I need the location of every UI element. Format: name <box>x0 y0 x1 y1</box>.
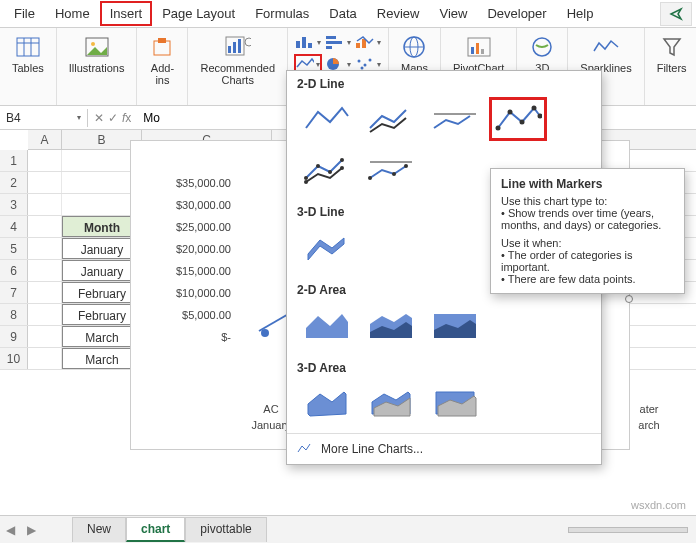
line-100stacked-markers[interactable] <box>361 147 419 191</box>
group-addins: Add- ins <box>137 28 188 105</box>
namebox-value: B4 <box>6 111 21 125</box>
line-type-100stacked[interactable] <box>425 97 483 141</box>
tab-pagelayout[interactable]: Page Layout <box>152 1 245 26</box>
svg-point-24 <box>364 64 367 67</box>
cancel-icon[interactable]: ✕ <box>94 111 104 125</box>
tab-review[interactable]: Review <box>367 1 430 26</box>
svg-point-44 <box>340 158 344 162</box>
area3d-type-3[interactable] <box>425 381 483 425</box>
svg-point-23 <box>358 60 361 63</box>
svg-point-42 <box>316 164 320 168</box>
tooltip-p1: Use this chart type to: <box>501 195 674 207</box>
tab-home[interactable]: Home <box>45 1 100 26</box>
svg-rect-11 <box>238 39 241 53</box>
row-8[interactable]: 8 <box>0 304 28 325</box>
sheet-tab-pivot[interactable]: pivottable <box>185 517 266 542</box>
line-stacked-markers[interactable] <box>297 147 355 191</box>
filters-button[interactable]: Filters <box>651 32 693 76</box>
zoom-slider[interactable] <box>568 527 688 533</box>
fx-icon[interactable]: fx <box>122 111 131 125</box>
line-with-markers[interactable] <box>489 97 547 141</box>
filter-icon <box>659 34 685 60</box>
svg-point-37 <box>508 110 513 115</box>
svg-rect-17 <box>326 36 336 39</box>
tables-label: Tables <box>12 62 44 74</box>
area-type-1[interactable] <box>297 303 355 347</box>
svg-rect-10 <box>233 42 236 53</box>
row-7[interactable]: 7 <box>0 282 28 303</box>
globe-icon <box>401 34 427 60</box>
sheet-footer: ◀ ▶ New chart pivottable <box>0 515 696 543</box>
line-type-stacked[interactable] <box>361 97 419 141</box>
svg-rect-15 <box>302 37 306 48</box>
row-10[interactable]: 10 <box>0 348 28 369</box>
illustrations-label: Illustrations <box>69 62 125 74</box>
tooltip-p2: Use it when: <box>501 237 674 249</box>
svg-rect-33 <box>481 49 484 54</box>
tab-data[interactable]: Data <box>319 1 366 26</box>
table-icon <box>15 34 41 60</box>
svg-point-12 <box>245 38 251 46</box>
more-line-label: More Line Charts... <box>321 442 423 456</box>
svg-point-41 <box>304 176 308 180</box>
svg-point-36 <box>496 126 501 131</box>
sheet-tabs: New chart pivottable <box>72 517 267 542</box>
reccharts-label: Recommended Charts <box>200 62 275 86</box>
svg-point-48 <box>392 172 396 176</box>
share-icon[interactable] <box>660 2 692 26</box>
tooltip-title: Line with Markers <box>501 177 674 191</box>
more-line-charts[interactable]: More Line Charts... <box>287 433 601 464</box>
tab-file[interactable]: File <box>4 1 45 26</box>
chevron-down-icon: ▾ <box>77 113 81 122</box>
row-3[interactable]: 3 <box>0 194 28 215</box>
combo-chart-icon[interactable]: ▾ <box>354 32 382 52</box>
row-1[interactable]: 1 <box>0 150 28 171</box>
name-box[interactable]: B4▾ <box>0 109 88 127</box>
more-charts-icon <box>297 442 313 456</box>
3dmap-icon <box>529 34 555 60</box>
group-illustrations: Illustrations <box>57 28 138 105</box>
addins-icon <box>149 34 175 60</box>
illustrations-button[interactable]: Illustrations <box>63 32 131 76</box>
area-type-stacked[interactable] <box>361 303 419 347</box>
svg-rect-19 <box>326 46 332 49</box>
enter-icon[interactable]: ✓ <box>108 111 118 125</box>
svg-point-47 <box>368 176 372 180</box>
reccharts-button[interactable]: Recommended Charts <box>194 32 281 88</box>
group-tables: Tables <box>0 28 57 105</box>
svg-rect-31 <box>471 47 474 54</box>
reccharts-icon <box>225 34 251 60</box>
pivotchart-icon <box>466 34 492 60</box>
row-5[interactable]: 5 <box>0 238 28 259</box>
line-type-1[interactable] <box>297 97 355 141</box>
addins-button[interactable]: Add- ins <box>143 32 181 88</box>
svg-point-45 <box>304 180 308 184</box>
area3d-type-2[interactable] <box>361 381 419 425</box>
svg-point-25 <box>369 59 372 62</box>
row-6[interactable]: 6 <box>0 260 28 281</box>
nav-prev-icon[interactable]: ◀ <box>0 523 21 537</box>
tab-formulas[interactable]: Formulas <box>245 1 319 26</box>
sheet-tab-new[interactable]: New <box>72 517 126 542</box>
svg-point-5 <box>91 42 95 46</box>
tab-developer[interactable]: Developer <box>477 1 556 26</box>
svg-rect-7 <box>158 38 166 43</box>
tab-insert[interactable]: Insert <box>100 1 153 26</box>
tab-view[interactable]: View <box>429 1 477 26</box>
area3d-type-1[interactable] <box>297 381 355 425</box>
tooltip-b1: • Show trends over time (years, months, … <box>501 207 674 231</box>
tables-button[interactable]: Tables <box>6 32 50 76</box>
row-9[interactable]: 9 <box>0 326 28 347</box>
area-type-100[interactable] <box>425 303 483 347</box>
svg-rect-6 <box>154 41 170 55</box>
svg-point-39 <box>532 106 537 111</box>
column-chart-icon[interactable]: ▾ <box>294 32 322 52</box>
bar-chart-icon[interactable]: ▾ <box>324 32 352 52</box>
col-a[interactable]: A <box>28 130 62 149</box>
nav-next-icon[interactable]: ▶ <box>21 523 42 537</box>
row-4[interactable]: 4 <box>0 216 28 237</box>
line3d-type[interactable] <box>297 225 355 269</box>
row-2[interactable]: 2 <box>0 172 28 193</box>
tab-help[interactable]: Help <box>557 1 604 26</box>
sheet-tab-chart[interactable]: chart <box>126 517 185 542</box>
